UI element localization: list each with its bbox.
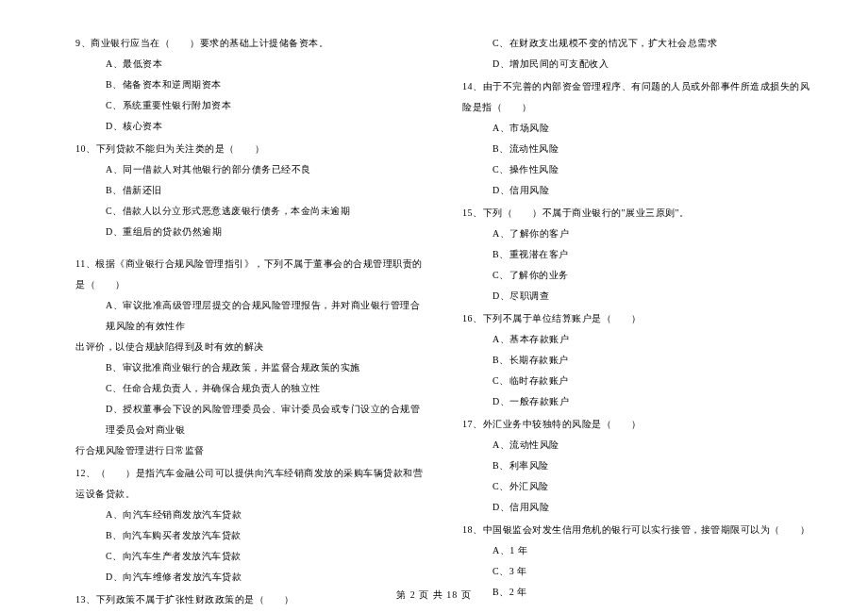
option-c: C、系统重要性银行附加资本 <box>75 95 425 116</box>
question-text: 9、商业银行应当在（ ）要求的基础上计提储备资本。 <box>75 33 425 54</box>
option-a: A、基本存款账户 <box>462 329 811 350</box>
question-text: 12、（ ）是指汽车金融公司可以提供向汽车经销商发放的采购车辆贷款和营运设备贷款… <box>75 463 425 505</box>
question-11: 11、根据《商业银行合规风险管理指引》，下列不属于董事会的合规管理职责的是（ ）… <box>75 254 425 461</box>
option-c: C、临时存款账户 <box>462 371 811 391</box>
left-column: 9、商业银行应当在（ ）要求的基础上计提储备资本。 A、最低资本 B、储备资本和… <box>75 33 453 613</box>
option-c: C、3 年 <box>462 561 811 582</box>
option-b: B、利率风险 <box>462 456 811 476</box>
option-a: A、流动性风险 <box>462 435 811 456</box>
page-footer: 第 2 页 共 18 页 <box>0 588 868 602</box>
question-text: 16、下列不属于单位结算账户是（ ） <box>462 308 811 329</box>
question-10: 10、下列贷款不能归为关注类的是（ ） A、同一借款人对其他银行的部分债务已经不… <box>75 139 425 242</box>
option-b: B、向汽车购买者发放汽车贷款 <box>75 525 425 546</box>
option-d: D、信用风险 <box>462 180 811 201</box>
option-a: A、向汽车经销商发放汽车贷款 <box>75 505 425 525</box>
question-12: 12、（ ）是指汽车金融公司可以提供向汽车经销商发放的采购车辆贷款和营运设备贷款… <box>75 463 425 588</box>
option-a: A、市场风险 <box>462 118 811 139</box>
option-b: B、长期存款账户 <box>462 350 811 371</box>
option-d: D、核心资本 <box>75 116 425 137</box>
option-c: C、外汇风险 <box>462 476 811 497</box>
option-d: D、增加民间的可支配收入 <box>462 54 811 75</box>
option-a: A、最低资本 <box>75 54 425 75</box>
option-b: B、审议批准商业银行的合规政策，并监督合规政策的实施 <box>75 357 425 378</box>
option-a-line1: A、审议批准高级管理层提交的合规风险管理报告，并对商业银行管理合规风险的有效性作 <box>75 295 425 337</box>
option-b: B、重视潜在客户 <box>462 244 811 265</box>
option-b: B、储备资本和逆周期资本 <box>75 75 425 95</box>
option-c: C、操作性风险 <box>462 159 811 180</box>
question-text: 15、下列（ ）不属于商业银行的"展业三原则"。 <box>462 203 811 224</box>
question-9: 9、商业银行应当在（ ）要求的基础上计提储备资本。 A、最低资本 B、储备资本和… <box>75 33 425 137</box>
option-d-line2: 行合规风险管理进行日常监督 <box>75 440 425 461</box>
option-c: C、向汽车生产者发放汽车贷款 <box>75 546 425 567</box>
question-text: 18、中国银监会对发生信用危机的银行可以实行接管，接管期限可以为（ ） <box>462 520 811 540</box>
option-b: B、借新还旧 <box>75 180 425 201</box>
question-text: 17、外汇业务中较独特的风险是（ ） <box>462 414 811 435</box>
option-d: D、一般存款账户 <box>462 391 811 412</box>
question-13-cont: C、在财政支出规模不变的情况下，扩大社会总需求 D、增加民间的可支配收入 <box>462 33 811 75</box>
option-a: A、了解你的客户 <box>462 224 811 244</box>
option-d: D、向汽车维修者发放汽车贷款 <box>75 567 425 588</box>
option-a: A、1 年 <box>462 540 811 561</box>
option-a: A、同一借款人对其他银行的部分债务已经不良 <box>75 159 425 180</box>
question-15: 15、下列（ ）不属于商业银行的"展业三原则"。 A、了解你的客户 B、重视潜在… <box>462 203 811 306</box>
option-b: B、流动性风险 <box>462 139 811 159</box>
page-content: 9、商业银行应当在（ ）要求的基础上计提储备资本。 A、最低资本 B、储备资本和… <box>0 0 868 613</box>
question-text: 14、由于不完善的内部资金管理程序、有问题的人员或外部事件所造成损失的风险是指（… <box>462 76 811 118</box>
question-17: 17、外汇业务中较独特的风险是（ ） A、流动性风险 B、利率风险 C、外汇风险… <box>462 414 811 518</box>
question-16: 16、下列不属于单位结算账户是（ ） A、基本存款账户 B、长期存款账户 C、临… <box>462 308 811 412</box>
question-text: 10、下列贷款不能归为关注类的是（ ） <box>75 139 425 159</box>
option-a-line2: 出评价，以使合规缺陷得到及时有效的解决 <box>75 337 425 357</box>
option-d: D、信用风险 <box>462 497 811 518</box>
option-c: C、了解你的业务 <box>462 265 811 286</box>
option-c: C、借款人以分立形式恶意逃废银行债务，本金尚未逾期 <box>75 201 425 222</box>
option-c: C、在财政支出规模不变的情况下，扩大社会总需求 <box>462 33 811 54</box>
right-column: C、在财政支出规模不变的情况下，扩大社会总需求 D、增加民间的可支配收入 14、… <box>453 33 811 613</box>
option-c: C、任命合规负责人，并确保合规负责人的独立性 <box>75 378 425 399</box>
question-14: 14、由于不完善的内部资金管理程序、有问题的人员或外部事件所造成损失的风险是指（… <box>462 76 811 201</box>
option-d: D、尽职调查 <box>462 286 811 306</box>
question-text: 11、根据《商业银行合规风险管理指引》，下列不属于董事会的合规管理职责的是（ ） <box>75 254 425 295</box>
option-d-line1: D、授权董事会下设的风险管理委员会、审计委员会或专门设立的合规管理委员会对商业银 <box>75 399 425 440</box>
option-d: D、重组后的贷款仍然逾期 <box>75 222 425 242</box>
